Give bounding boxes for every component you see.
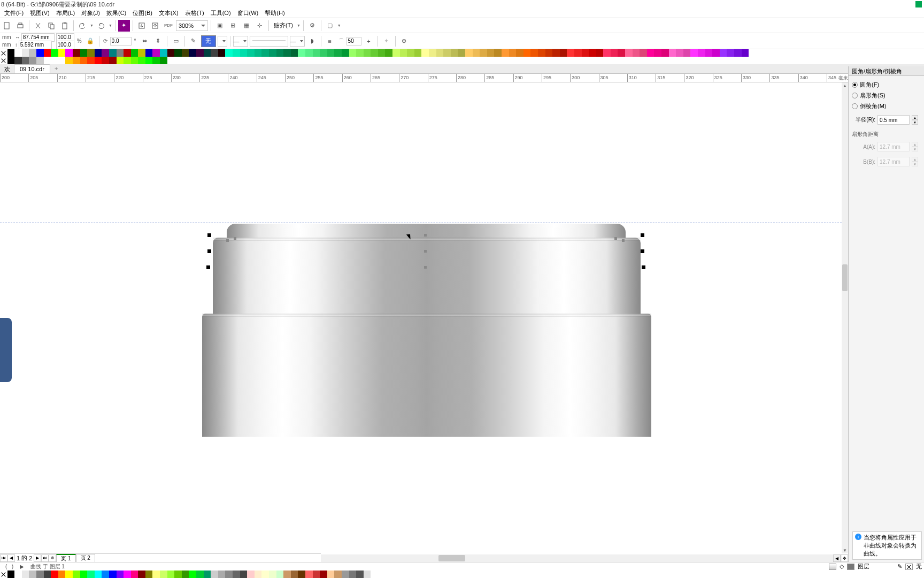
- guide-line[interactable]: [0, 223, 842, 223]
- node-handle[interactable]: [226, 239, 229, 242]
- color-swatch[interactable]: [182, 49, 189, 57]
- scale-y-input[interactable]: [56, 41, 74, 49]
- page-first-button[interactable]: ⏮: [0, 554, 7, 562]
- color-swatch[interactable]: [0, 57, 7, 64]
- copy-button[interactable]: [45, 20, 57, 32]
- color-swatch[interactable]: [334, 571, 342, 578]
- color-swatch[interactable]: [167, 571, 175, 578]
- canvas[interactable]: [0, 82, 842, 553]
- options-button[interactable]: ⚙: [306, 20, 318, 32]
- color-swatch[interactable]: [189, 49, 196, 57]
- color-swatch[interactable]: [145, 49, 153, 57]
- color-swatch[interactable]: [603, 49, 611, 57]
- menu-layout[interactable]: 布局(L): [53, 8, 78, 18]
- color-swatch[interactable]: [22, 57, 29, 64]
- color-swatch[interactable]: [356, 49, 364, 57]
- selection-handle[interactable]: [207, 249, 211, 253]
- color-swatch[interactable]: [502, 49, 509, 57]
- color-swatch[interactable]: [567, 49, 574, 57]
- color-swatch[interactable]: [87, 57, 95, 64]
- color-swatch[interactable]: [276, 571, 284, 578]
- selection-handle[interactable]: [641, 249, 644, 253]
- color-swatch[interactable]: [255, 49, 262, 57]
- color-swatch[interactable]: [240, 571, 248, 578]
- color-swatch[interactable]: [269, 49, 276, 57]
- color-swatch[interactable]: [516, 49, 523, 57]
- wrap-dd[interactable]: [218, 36, 227, 47]
- color-swatch[interactable]: [95, 49, 102, 57]
- color-swatch[interactable]: [145, 57, 153, 64]
- color-swatch[interactable]: [58, 57, 66, 64]
- color-swatch[interactable]: [327, 571, 335, 578]
- color-swatch[interactable]: [233, 571, 240, 578]
- doc-tab-active[interactable]: 09 10.cdr: [14, 64, 50, 73]
- nav-pan-icon[interactable]: ✥: [841, 554, 848, 562]
- color-swatch[interactable]: [269, 571, 276, 578]
- color-swatch[interactable]: [131, 57, 138, 64]
- color-swatch[interactable]: [44, 49, 51, 57]
- color-swatch[interactable]: [291, 49, 298, 57]
- color-swatch[interactable]: [14, 49, 22, 57]
- color-swatch[interactable]: [473, 49, 480, 57]
- color-swatch[interactable]: [334, 49, 342, 57]
- color-swatch[interactable]: [22, 49, 29, 57]
- menu-table[interactable]: 表格(T): [182, 8, 207, 18]
- color-swatch[interactable]: [611, 49, 618, 57]
- height-input[interactable]: [19, 41, 52, 49]
- guides-button[interactable]: ⊹: [254, 20, 266, 32]
- outline-swatch[interactable]: [847, 564, 854, 570]
- color-swatch[interactable]: [95, 57, 102, 64]
- color-swatch[interactable]: [560, 49, 567, 57]
- color-swatch[interactable]: [58, 571, 66, 578]
- scroll-up-icon[interactable]: ▲: [842, 82, 848, 89]
- color-swatch[interactable]: [647, 49, 654, 57]
- radius-input[interactable]: [877, 115, 910, 125]
- color-swatch[interactable]: [167, 49, 175, 57]
- no-outline-icon[interactable]: [905, 564, 913, 570]
- color-swatch[interactable]: [7, 571, 15, 578]
- menu-tools[interactable]: 工具(O): [207, 8, 234, 18]
- color-swatch[interactable]: [14, 571, 22, 578]
- color-swatch[interactable]: [392, 49, 400, 57]
- color-swatch[interactable]: [174, 49, 182, 57]
- node-handle[interactable]: [424, 266, 427, 269]
- menu-view[interactable]: 视图(V): [27, 8, 53, 18]
- color-swatch[interactable]: [7, 57, 15, 64]
- color-swatch[interactable]: [349, 49, 357, 57]
- selection-handle[interactable]: [207, 233, 211, 237]
- color-swatch[interactable]: [654, 49, 661, 57]
- color-swatch[interactable]: [14, 57, 22, 64]
- page-prev-button[interactable]: ◀: [7, 554, 15, 562]
- scroll-thumb[interactable]: [842, 264, 848, 291]
- wrap-text-button[interactable]: 无: [201, 35, 216, 47]
- color-swatch[interactable]: [51, 57, 58, 64]
- color-swatch[interactable]: [487, 49, 495, 57]
- sparkle-button[interactable]: ✦: [381, 35, 392, 47]
- color-swatch[interactable]: [73, 571, 80, 578]
- color-swatch[interactable]: [400, 49, 407, 57]
- color-swatch[interactable]: [182, 571, 189, 578]
- color-swatch[interactable]: [349, 571, 357, 578]
- color-swatch[interactable]: [342, 49, 349, 57]
- menu-effects[interactable]: 效果(C): [103, 8, 129, 18]
- ruler-horizontal[interactable]: 毫米 2002052102152202252302352402452502552…: [0, 74, 848, 82]
- export-button[interactable]: [149, 20, 161, 32]
- color-swatch[interactable]: [305, 49, 313, 57]
- color-swatch[interactable]: [145, 571, 153, 578]
- menu-object[interactable]: 对象(J): [78, 8, 103, 18]
- print-button[interactable]: [14, 20, 26, 32]
- color-swatch[interactable]: [596, 49, 604, 57]
- rotation-input[interactable]: [110, 37, 132, 45]
- color-swatch[interactable]: [152, 57, 160, 64]
- spin-down-icon[interactable]: ▼: [912, 120, 918, 125]
- menu-window[interactable]: 窗口(W): [234, 8, 262, 18]
- color-swatch[interactable]: [552, 49, 560, 57]
- import-button[interactable]: [136, 20, 148, 32]
- color-swatch[interactable]: [160, 571, 167, 578]
- spin-up-icon[interactable]: ▲: [912, 115, 918, 120]
- new-doc-tab[interactable]: +: [51, 64, 61, 73]
- color-swatch[interactable]: [298, 49, 305, 57]
- color-swatch[interactable]: [87, 49, 95, 57]
- page-last-button[interactable]: ⏭: [41, 554, 49, 562]
- color-swatch[interactable]: [29, 49, 36, 57]
